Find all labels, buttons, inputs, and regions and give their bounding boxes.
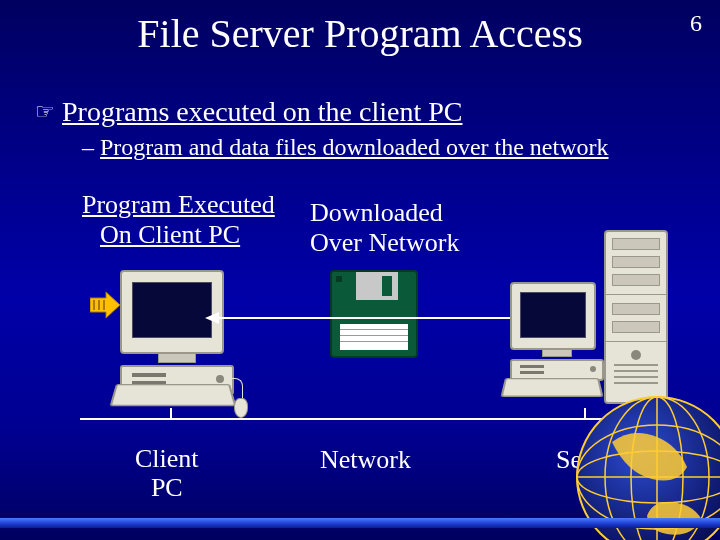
svg-rect-2 [98,300,100,310]
desktop-computer-icon [120,270,234,395]
hand-pointing-right-icon: ☞ [35,99,55,125]
dash-icon: – [82,134,94,161]
bullet-1-text: Programs executed on the client PC [62,96,462,127]
label-downloaded-line2: Over Network [310,228,459,258]
monitor-stand [158,354,196,363]
left-arrow-icon [205,311,513,325]
bullet-level-1: ☞ Programs executed on the client PC [35,96,462,128]
label-client-pc: Client PC [135,445,199,502]
bullet-2-text: Program and data files downloaded over t… [100,134,609,160]
svg-marker-5 [205,312,219,324]
server-monitor-screen [520,292,586,338]
label-program-executed-line1: Program Executed [82,190,275,220]
network-bus-line [80,418,640,420]
server-monitor [510,282,596,350]
slide: 6 File Server Program Access ☞ Programs … [0,0,720,540]
server-tower-icon [604,230,668,404]
label-client-line1: Client [135,445,199,474]
label-client-line2: PC [135,474,199,503]
right-arrow-striped-icon [90,290,120,320]
label-program-executed-line2: On Client PC [82,220,275,250]
keyboard-icon [110,384,237,406]
svg-rect-3 [103,300,105,310]
mouse-icon [234,398,248,418]
server-desktop-icon [510,282,604,381]
server-monitor-stand [542,350,572,357]
label-network: Network [320,445,411,475]
label-downloaded-line1: Downloaded [310,198,459,228]
bullet-level-2: – Program and data files downloaded over… [82,134,609,161]
monitor-screen [132,282,212,338]
slide-title: File Server Program Access [0,10,720,57]
label-program-executed: Program Executed On Client PC [82,190,275,250]
svg-rect-1 [93,300,95,310]
label-downloaded: Downloaded Over Network [310,198,459,258]
network-drop-client [170,408,172,420]
footer-accent-bar [0,518,720,528]
